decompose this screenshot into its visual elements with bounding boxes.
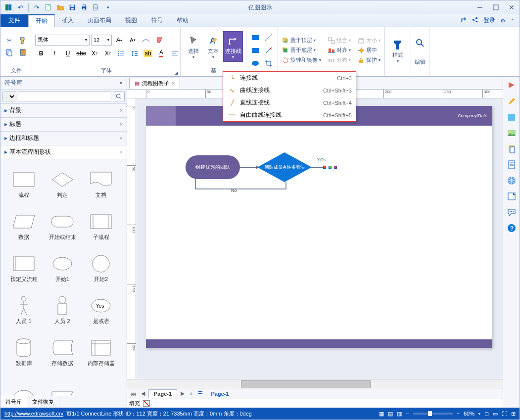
curve-text-icon[interactable] <box>140 35 152 46</box>
rect-shape-icon[interactable] <box>249 32 261 43</box>
rotate-flip[interactable]: 旋转和镜像▾ <box>281 56 322 64</box>
bold-icon[interactable]: B <box>35 48 47 59</box>
open-icon[interactable] <box>55 2 65 12</box>
shape-document[interactable]: 文档 <box>82 163 120 205</box>
protect-btn[interactable]: 保护▾ <box>357 56 381 64</box>
zoom-slider[interactable] <box>413 413 453 415</box>
tab-start[interactable]: 开始 <box>28 14 55 27</box>
close-button[interactable]: ✕ <box>504 2 520 13</box>
select-tool[interactable]: 选择▾ <box>184 31 203 62</box>
shape-stored-data[interactable]: 存储数据 <box>43 331 82 373</box>
save-icon[interactable] <box>67 2 77 12</box>
fit-page-icon[interactable]: ◻ <box>484 411 489 417</box>
canvas[interactable]: Company/Date 组建优秀的团队 团队成员有许多看法 YOs <box>136 98 503 379</box>
shape-yesno[interactable]: Yes是或否 <box>82 289 120 331</box>
rt-note-icon[interactable] <box>506 190 518 202</box>
font-size-select[interactable]: 12▾ <box>91 35 112 46</box>
strike-icon[interactable]: abc <box>75 48 87 59</box>
cat-background[interactable]: ▸背景× <box>0 104 127 118</box>
page-next-icon[interactable]: ▶ <box>179 390 186 397</box>
rt-comment-icon[interactable] <box>506 206 518 218</box>
shape-terminator[interactable]: 开始或结束 <box>43 205 82 247</box>
view-mode3-icon[interactable]: ▥ <box>397 411 402 417</box>
increase-font-icon[interactable]: A▴ <box>113 35 125 46</box>
connector-no[interactable] <box>194 167 286 190</box>
doc-tab-active[interactable]: ▦流程图例子× <box>129 78 180 89</box>
page-tab-1[interactable]: Page-1 <box>148 389 177 398</box>
new-icon[interactable] <box>44 2 53 12</box>
cat-basic-flowchart[interactable]: ▸基本流程图形状× <box>0 145 127 159</box>
delete-conn-icon[interactable] <box>263 45 275 56</box>
cat-border-title[interactable]: ▸边框和标题× <box>0 132 127 145</box>
shape-person2[interactable]: 人员 2 <box>43 289 82 331</box>
print-icon[interactable] <box>79 2 89 12</box>
zoom-in-icon[interactable]: + <box>457 411 460 417</box>
dd-straight-connector[interactable]: ╱直线连接线Ctrl+Shift+4 <box>223 96 356 109</box>
group-btn[interactable]: 组合▾ <box>327 36 352 45</box>
category-filter[interactable] <box>2 92 16 101</box>
file-menu[interactable]: 文件 <box>0 14 28 27</box>
zoom-out-icon[interactable]: − <box>406 411 409 417</box>
sidebar-close-icon[interactable]: × <box>119 80 123 87</box>
decrease-font-icon[interactable]: A▾ <box>127 35 139 46</box>
tab-symbol[interactable]: 符号 <box>144 14 170 27</box>
zoom-value[interactable]: 60% <box>464 411 474 417</box>
shape-decision[interactable]: 判定 <box>43 163 82 205</box>
view-mode2-icon[interactable]: ▤ <box>388 411 393 417</box>
tab-insert[interactable]: 插入 <box>55 14 81 27</box>
align-icon[interactable] <box>169 48 181 59</box>
qat-more-icon[interactable]: ▾ <box>103 2 113 12</box>
superscript-icon[interactable]: X2 <box>102 48 114 59</box>
cat-title[interactable]: ▸标题× <box>0 118 127 132</box>
shape-start1[interactable]: 开始1 <box>43 247 82 289</box>
login-link[interactable]: 登录 <box>483 16 495 25</box>
italic-icon[interactable]: I <box>48 48 60 59</box>
font-dialog-launcher[interactable]: ◢ <box>175 70 178 75</box>
center-btn[interactable]: 居中 <box>357 46 381 54</box>
line-shape-icon[interactable] <box>263 32 275 43</box>
rt-layer-icon[interactable] <box>506 111 518 123</box>
sidebar-tab-recovery[interactable]: 文件恢复 <box>27 396 59 408</box>
shape-partial2[interactable] <box>43 373 82 396</box>
undo-icon[interactable]: ↶ <box>15 2 25 12</box>
font-family-select[interactable]: 黑体▾ <box>35 35 90 46</box>
tab-view[interactable]: 视图 <box>118 14 144 27</box>
page-prev-icon[interactable]: ◀ <box>140 390 146 397</box>
minimize-button[interactable]: ─ <box>472 2 488 13</box>
page-tab-nav[interactable]: Page-1 <box>206 390 234 398</box>
distribute-btn[interactable]: 分布▾ <box>327 56 352 64</box>
cut-icon[interactable]: ✂ <box>3 35 15 46</box>
search-input[interactable] <box>18 92 111 101</box>
export-icon[interactable] <box>91 2 101 12</box>
status-url[interactable]: http://www.edrawsoft.cn/ <box>4 411 63 417</box>
qat-app-icon[interactable] <box>3 2 13 12</box>
settings-icon[interactable]: ⚙ <box>500 17 506 24</box>
rt-pencil-icon[interactable] <box>506 95 518 107</box>
highlight-icon[interactable]: ab <box>142 48 154 59</box>
rt-page-icon[interactable] <box>506 159 518 171</box>
rt-help-icon[interactable]: ? <box>506 222 518 234</box>
find-icon[interactable] <box>414 38 426 48</box>
shape-subprocess[interactable]: 子流程 <box>82 205 120 247</box>
shape-internal-storage[interactable]: 内部存储器 <box>82 331 120 373</box>
page-list-icon[interactable]: ☰ <box>196 390 204 397</box>
maximize-button[interactable] <box>488 2 504 13</box>
collapse-ribbon-icon[interactable]: ⌃ <box>511 18 515 23</box>
rt-clipboard-icon[interactable] <box>506 143 518 155</box>
shape-data[interactable]: 数据 <box>4 205 43 247</box>
size-btn[interactable]: 大小▾ <box>357 36 381 45</box>
fit-width-icon[interactable]: ▭ <box>493 411 498 417</box>
connector-tool[interactable]: 连接线▾ <box>223 31 243 62</box>
paste-icon[interactable] <box>17 47 29 58</box>
send-back[interactable]: 置于底层▾ <box>281 46 322 54</box>
shape-person1[interactable]: 人员 1 <box>4 289 43 331</box>
shape-predefined[interactable]: 预定义流程 <box>4 247 43 289</box>
page-add-icon[interactable]: + <box>188 391 194 397</box>
font-color-icon[interactable]: A <box>155 48 167 59</box>
crop-icon[interactable] <box>263 58 275 69</box>
no-fill-icon[interactable] <box>143 400 150 407</box>
clear-format-icon[interactable] <box>153 35 165 46</box>
rt-globe-icon[interactable] <box>506 175 518 187</box>
page-first-icon[interactable]: ⏮ <box>129 391 138 397</box>
tab-help[interactable]: 帮助 <box>170 14 195 27</box>
